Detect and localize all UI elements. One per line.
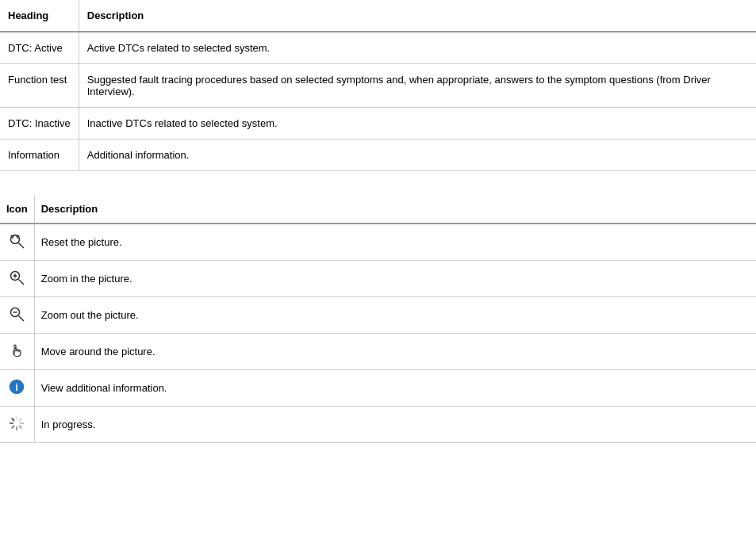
svg-line-3	[19, 280, 25, 285]
reset-icon	[0, 224, 34, 261]
svg-line-12	[20, 418, 21, 420]
icon-description-col-header: Description	[34, 195, 756, 224]
row-heading: DTC: Inactive	[0, 108, 79, 139]
icon-row-description: Zoom in the picture.	[34, 261, 756, 297]
svg-line-18	[13, 418, 14, 420]
icon-row-description: In progress.	[34, 407, 756, 443]
row-description: Inactive DTCs related to selected system…	[79, 108, 756, 139]
hand-icon	[0, 334, 34, 370]
icon-row-description: Zoom out the picture.	[34, 297, 756, 334]
table-row: InformationAdditional information.	[0, 139, 756, 171]
icon-table-row: Reset the picture.	[0, 224, 756, 261]
row-description: Additional information.	[79, 139, 756, 171]
svg-line-14	[20, 426, 21, 428]
table-row: Function testSuggested fault tracing pro…	[0, 64, 756, 108]
heading-col-header: Heading	[0, 0, 79, 32]
row-description: Suggested fault tracing procedures based…	[79, 64, 756, 108]
icon-row-description: View additional information.	[34, 370, 756, 407]
row-description: Active DTCs related to selected system.	[79, 32, 756, 64]
icon-table-row: Move around the picture.	[0, 334, 756, 370]
svg-line-7	[19, 316, 25, 322]
row-heading: DTC: Active	[0, 32, 79, 64]
table-header-row: Heading Description	[0, 0, 756, 32]
svg-text:i: i	[16, 382, 18, 393]
description-col-header: Description	[79, 0, 756, 32]
icon-table-header-row: Icon Description	[0, 195, 756, 224]
zoom-out-icon	[0, 297, 34, 334]
svg-line-1	[19, 243, 25, 249]
zoom-in-icon	[0, 261, 34, 297]
spinner-icon	[0, 407, 34, 443]
icon-row-description: Move around the picture.	[34, 334, 756, 370]
table-row: DTC: ActiveActive DTCs related to select…	[0, 32, 756, 64]
table-row: DTC: InactiveInactive DTCs related to se…	[0, 108, 756, 139]
icon-section: Icon Description Reset the picture. Zoom…	[0, 195, 756, 443]
icon-col-header: Icon	[0, 195, 34, 224]
icon-table-row: Zoom out the picture.	[0, 297, 756, 334]
icon-table-row: i View additional information.	[0, 370, 756, 407]
row-heading: Function test	[0, 64, 79, 108]
svg-line-16	[13, 426, 14, 428]
heading-table: Heading Description DTC: ActiveActive DT…	[0, 0, 756, 171]
icon-row-description: Reset the picture.	[34, 224, 756, 261]
icon-table-row: In progress.	[0, 407, 756, 443]
info-icon: i	[0, 370, 34, 407]
row-heading: Information	[0, 139, 79, 171]
icon-table-row: Zoom in the picture.	[0, 261, 756, 297]
icon-table: Icon Description Reset the picture. Zoom…	[0, 195, 756, 443]
